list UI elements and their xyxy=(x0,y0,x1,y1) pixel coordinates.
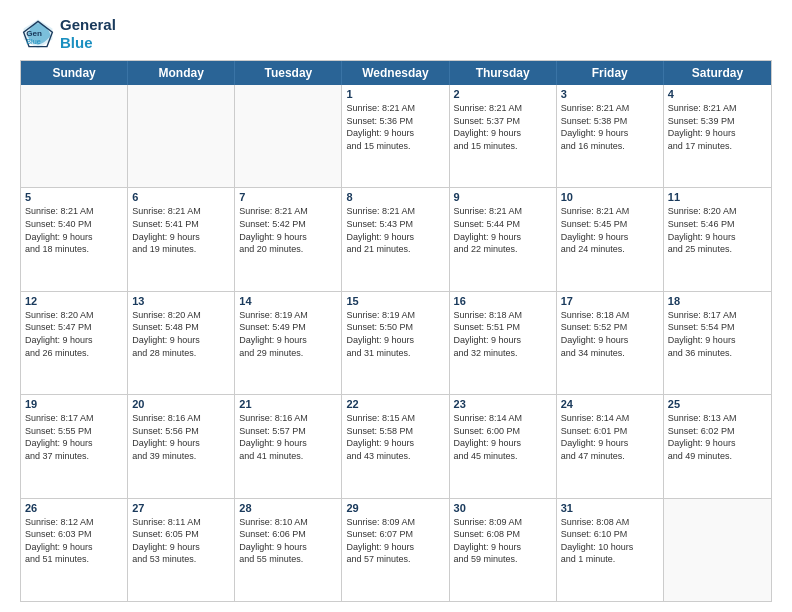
day-number: 13 xyxy=(132,295,230,307)
day-cell-16: 16Sunrise: 8:18 AM Sunset: 5:51 PM Dayli… xyxy=(450,292,557,394)
day-cell-11: 11Sunrise: 8:20 AM Sunset: 5:46 PM Dayli… xyxy=(664,188,771,290)
day-info: Sunrise: 8:14 AM Sunset: 6:00 PM Dayligh… xyxy=(454,412,552,462)
day-cell-6: 6Sunrise: 8:21 AM Sunset: 5:41 PM Daylig… xyxy=(128,188,235,290)
day-cell-13: 13Sunrise: 8:20 AM Sunset: 5:48 PM Dayli… xyxy=(128,292,235,394)
day-number: 1 xyxy=(346,88,444,100)
day-cell-4: 4Sunrise: 8:21 AM Sunset: 5:39 PM Daylig… xyxy=(664,85,771,187)
day-cell-8: 8Sunrise: 8:21 AM Sunset: 5:43 PM Daylig… xyxy=(342,188,449,290)
day-number: 21 xyxy=(239,398,337,410)
day-info: Sunrise: 8:21 AM Sunset: 5:44 PM Dayligh… xyxy=(454,205,552,255)
day-cell-12: 12Sunrise: 8:20 AM Sunset: 5:47 PM Dayli… xyxy=(21,292,128,394)
day-number: 7 xyxy=(239,191,337,203)
week-row-3: 12Sunrise: 8:20 AM Sunset: 5:47 PM Dayli… xyxy=(21,292,771,395)
day-number: 15 xyxy=(346,295,444,307)
empty-cell xyxy=(235,85,342,187)
day-number: 10 xyxy=(561,191,659,203)
day-cell-19: 19Sunrise: 8:17 AM Sunset: 5:55 PM Dayli… xyxy=(21,395,128,497)
day-cell-27: 27Sunrise: 8:11 AM Sunset: 6:05 PM Dayli… xyxy=(128,499,235,601)
day-info: Sunrise: 8:13 AM Sunset: 6:02 PM Dayligh… xyxy=(668,412,767,462)
day-cell-15: 15Sunrise: 8:19 AM Sunset: 5:50 PM Dayli… xyxy=(342,292,449,394)
day-info: Sunrise: 8:21 AM Sunset: 5:40 PM Dayligh… xyxy=(25,205,123,255)
day-number: 31 xyxy=(561,502,659,514)
day-info: Sunrise: 8:08 AM Sunset: 6:10 PM Dayligh… xyxy=(561,516,659,566)
day-number: 3 xyxy=(561,88,659,100)
day-cell-29: 29Sunrise: 8:09 AM Sunset: 6:07 PM Dayli… xyxy=(342,499,449,601)
logo-icon: Gen Blue xyxy=(20,16,56,52)
day-number: 28 xyxy=(239,502,337,514)
day-cell-20: 20Sunrise: 8:16 AM Sunset: 5:56 PM Dayli… xyxy=(128,395,235,497)
day-number: 20 xyxy=(132,398,230,410)
day-number: 11 xyxy=(668,191,767,203)
day-info: Sunrise: 8:20 AM Sunset: 5:48 PM Dayligh… xyxy=(132,309,230,359)
svg-text:Blue: Blue xyxy=(26,37,40,46)
logo: Gen Blue General Blue xyxy=(20,16,116,52)
day-number: 12 xyxy=(25,295,123,307)
day-info: Sunrise: 8:09 AM Sunset: 6:08 PM Dayligh… xyxy=(454,516,552,566)
day-info: Sunrise: 8:21 AM Sunset: 5:45 PM Dayligh… xyxy=(561,205,659,255)
day-info: Sunrise: 8:21 AM Sunset: 5:41 PM Dayligh… xyxy=(132,205,230,255)
day-info: Sunrise: 8:10 AM Sunset: 6:06 PM Dayligh… xyxy=(239,516,337,566)
day-info: Sunrise: 8:20 AM Sunset: 5:47 PM Dayligh… xyxy=(25,309,123,359)
day-number: 8 xyxy=(346,191,444,203)
day-cell-18: 18Sunrise: 8:17 AM Sunset: 5:54 PM Dayli… xyxy=(664,292,771,394)
empty-cell xyxy=(664,499,771,601)
day-info: Sunrise: 8:20 AM Sunset: 5:46 PM Dayligh… xyxy=(668,205,767,255)
day-cell-7: 7Sunrise: 8:21 AM Sunset: 5:42 PM Daylig… xyxy=(235,188,342,290)
header-day-tuesday: Tuesday xyxy=(235,61,342,85)
calendar-header: SundayMondayTuesdayWednesdayThursdayFrid… xyxy=(21,61,771,85)
week-row-4: 19Sunrise: 8:17 AM Sunset: 5:55 PM Dayli… xyxy=(21,395,771,498)
day-cell-26: 26Sunrise: 8:12 AM Sunset: 6:03 PM Dayli… xyxy=(21,499,128,601)
day-number: 29 xyxy=(346,502,444,514)
day-cell-1: 1Sunrise: 8:21 AM Sunset: 5:36 PM Daylig… xyxy=(342,85,449,187)
day-cell-22: 22Sunrise: 8:15 AM Sunset: 5:58 PM Dayli… xyxy=(342,395,449,497)
day-cell-25: 25Sunrise: 8:13 AM Sunset: 6:02 PM Dayli… xyxy=(664,395,771,497)
logo-text: General Blue xyxy=(60,16,116,52)
day-number: 16 xyxy=(454,295,552,307)
header-day-monday: Monday xyxy=(128,61,235,85)
week-row-2: 5Sunrise: 8:21 AM Sunset: 5:40 PM Daylig… xyxy=(21,188,771,291)
day-cell-30: 30Sunrise: 8:09 AM Sunset: 6:08 PM Dayli… xyxy=(450,499,557,601)
day-info: Sunrise: 8:21 AM Sunset: 5:38 PM Dayligh… xyxy=(561,102,659,152)
empty-cell xyxy=(21,85,128,187)
day-info: Sunrise: 8:09 AM Sunset: 6:07 PM Dayligh… xyxy=(346,516,444,566)
day-info: Sunrise: 8:11 AM Sunset: 6:05 PM Dayligh… xyxy=(132,516,230,566)
day-number: 30 xyxy=(454,502,552,514)
calendar-body: 1Sunrise: 8:21 AM Sunset: 5:36 PM Daylig… xyxy=(21,85,771,601)
day-info: Sunrise: 8:18 AM Sunset: 5:52 PM Dayligh… xyxy=(561,309,659,359)
day-number: 2 xyxy=(454,88,552,100)
day-info: Sunrise: 8:21 AM Sunset: 5:37 PM Dayligh… xyxy=(454,102,552,152)
header-day-thursday: Thursday xyxy=(450,61,557,85)
day-info: Sunrise: 8:14 AM Sunset: 6:01 PM Dayligh… xyxy=(561,412,659,462)
day-info: Sunrise: 8:18 AM Sunset: 5:51 PM Dayligh… xyxy=(454,309,552,359)
day-number: 19 xyxy=(25,398,123,410)
day-info: Sunrise: 8:21 AM Sunset: 5:39 PM Dayligh… xyxy=(668,102,767,152)
day-info: Sunrise: 8:16 AM Sunset: 5:57 PM Dayligh… xyxy=(239,412,337,462)
calendar: SundayMondayTuesdayWednesdayThursdayFrid… xyxy=(20,60,772,602)
day-cell-10: 10Sunrise: 8:21 AM Sunset: 5:45 PM Dayli… xyxy=(557,188,664,290)
day-number: 6 xyxy=(132,191,230,203)
day-number: 22 xyxy=(346,398,444,410)
header-day-friday: Friday xyxy=(557,61,664,85)
day-cell-2: 2Sunrise: 8:21 AM Sunset: 5:37 PM Daylig… xyxy=(450,85,557,187)
day-cell-17: 17Sunrise: 8:18 AM Sunset: 5:52 PM Dayli… xyxy=(557,292,664,394)
day-info: Sunrise: 8:12 AM Sunset: 6:03 PM Dayligh… xyxy=(25,516,123,566)
day-info: Sunrise: 8:17 AM Sunset: 5:54 PM Dayligh… xyxy=(668,309,767,359)
day-number: 25 xyxy=(668,398,767,410)
day-info: Sunrise: 8:19 AM Sunset: 5:50 PM Dayligh… xyxy=(346,309,444,359)
week-row-1: 1Sunrise: 8:21 AM Sunset: 5:36 PM Daylig… xyxy=(21,85,771,188)
day-info: Sunrise: 8:16 AM Sunset: 5:56 PM Dayligh… xyxy=(132,412,230,462)
header-day-sunday: Sunday xyxy=(21,61,128,85)
day-number: 18 xyxy=(668,295,767,307)
day-cell-3: 3Sunrise: 8:21 AM Sunset: 5:38 PM Daylig… xyxy=(557,85,664,187)
day-info: Sunrise: 8:17 AM Sunset: 5:55 PM Dayligh… xyxy=(25,412,123,462)
week-row-5: 26Sunrise: 8:12 AM Sunset: 6:03 PM Dayli… xyxy=(21,499,771,601)
day-cell-14: 14Sunrise: 8:19 AM Sunset: 5:49 PM Dayli… xyxy=(235,292,342,394)
day-number: 24 xyxy=(561,398,659,410)
day-number: 26 xyxy=(25,502,123,514)
day-cell-31: 31Sunrise: 8:08 AM Sunset: 6:10 PM Dayli… xyxy=(557,499,664,601)
day-cell-21: 21Sunrise: 8:16 AM Sunset: 5:57 PM Dayli… xyxy=(235,395,342,497)
day-info: Sunrise: 8:21 AM Sunset: 5:36 PM Dayligh… xyxy=(346,102,444,152)
day-number: 17 xyxy=(561,295,659,307)
day-number: 14 xyxy=(239,295,337,307)
day-cell-5: 5Sunrise: 8:21 AM Sunset: 5:40 PM Daylig… xyxy=(21,188,128,290)
